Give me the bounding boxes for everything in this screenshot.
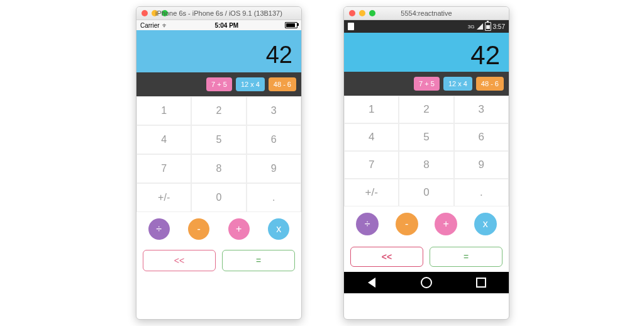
key-sign[interactable]: +/-	[344, 179, 399, 206]
key-1[interactable]: 1	[344, 96, 399, 123]
key-6[interactable]: 6	[454, 123, 509, 151]
key-7[interactable]: 7	[344, 151, 399, 179]
android-window-titlebar[interactable]: 5554:reactnative	[344, 7, 509, 20]
key-2[interactable]: 2	[191, 96, 246, 125]
signal-icon	[477, 23, 483, 30]
ios-status-bar: Carrier ᯤ 5:04 PM	[136, 20, 301, 30]
close-icon[interactable]	[142, 10, 148, 16]
key-0[interactable]: 0	[191, 183, 246, 212]
equals-button[interactable]: =	[430, 247, 502, 267]
key-9[interactable]: 9	[247, 154, 301, 183]
key-0[interactable]: 0	[399, 179, 453, 206]
equals-button[interactable]: =	[222, 250, 295, 271]
history-chip[interactable]: 7 + 5	[206, 77, 232, 91]
key-4[interactable]: 4	[136, 125, 191, 154]
op-plus[interactable]: +	[435, 213, 457, 235]
nav-back-icon[interactable]	[366, 277, 377, 288]
op-minus[interactable]: -	[396, 213, 418, 235]
key-5[interactable]: 5	[399, 123, 453, 151]
calc-display: 42	[136, 30, 301, 72]
key-sign[interactable]: +/-	[136, 183, 191, 212]
key-8[interactable]: 8	[399, 151, 453, 179]
history-chip[interactable]: 48 - 6	[476, 77, 504, 91]
operator-row: ÷ - + x	[344, 206, 509, 242]
android-nav-bar	[344, 272, 509, 293]
android-status-bar: 3G 3:57	[344, 20, 509, 33]
key-4[interactable]: 4	[344, 123, 399, 151]
key-7[interactable]: 7	[136, 154, 191, 183]
key-3[interactable]: 3	[247, 96, 301, 125]
nav-recent-icon[interactable]	[475, 277, 487, 288]
app-icon	[348, 23, 354, 30]
ios-time: 5:04 PM	[214, 22, 238, 29]
op-divide[interactable]: ÷	[356, 213, 379, 235]
key-8[interactable]: 8	[191, 154, 246, 183]
wifi-icon: ᯤ	[162, 22, 169, 29]
op-minus[interactable]: -	[188, 218, 209, 240]
android-time: 3:57	[493, 23, 505, 30]
bottom-row: << =	[136, 246, 301, 278]
network-label: 3G	[468, 24, 475, 30]
history-bar: 7 + 5 12 x 4 48 - 6	[136, 72, 301, 96]
minimize-icon[interactable]	[359, 10, 365, 16]
keypad: 1 2 3 4 5 6 7 8 9 +/- 0 .	[344, 96, 509, 206]
key-2[interactable]: 2	[399, 96, 453, 123]
key-1[interactable]: 1	[136, 96, 191, 125]
history-chip[interactable]: 48 - 6	[269, 77, 296, 91]
nav-home-icon[interactable]	[421, 277, 432, 288]
key-point[interactable]: .	[454, 179, 509, 206]
android-emulator-window: 5554:reactnative 3G 3:57 42 7 + 5 12 x 4…	[343, 6, 509, 320]
close-icon[interactable]	[349, 10, 355, 16]
bottom-row: << =	[344, 242, 509, 272]
key-5[interactable]: 5	[191, 125, 246, 154]
op-plus[interactable]: +	[228, 218, 250, 240]
key-6[interactable]: 6	[247, 125, 301, 154]
carrier-label: Carrier	[140, 22, 160, 29]
op-times[interactable]: x	[268, 218, 289, 240]
key-9[interactable]: 9	[454, 151, 509, 179]
key-3[interactable]: 3	[454, 96, 509, 123]
minimize-icon[interactable]	[152, 10, 158, 16]
ios-simulator-window: iPhone 6s - iPhone 6s / iOS 9.1 (13B137)…	[136, 6, 302, 320]
operator-row: ÷ - + x	[136, 212, 301, 246]
history-chip[interactable]: 7 + 5	[414, 77, 440, 91]
battery-icon	[285, 22, 297, 28]
calc-display: 42	[344, 33, 509, 72]
history-chip[interactable]: 12 x 4	[236, 77, 265, 91]
op-times[interactable]: x	[474, 213, 497, 235]
ios-window-titlebar[interactable]: iPhone 6s - iPhone 6s / iOS 9.1 (13B137)	[136, 7, 301, 20]
maximize-icon[interactable]	[162, 10, 168, 16]
delete-button[interactable]: <<	[350, 247, 423, 267]
key-point[interactable]: .	[247, 183, 301, 212]
delete-button[interactable]: <<	[143, 250, 216, 271]
keypad: 1 2 3 4 5 6 7 8 9 +/- 0 .	[136, 96, 301, 212]
history-bar: 7 + 5 12 x 4 48 - 6	[344, 72, 509, 96]
maximize-icon[interactable]	[369, 10, 375, 16]
op-divide[interactable]: ÷	[148, 218, 170, 240]
battery-icon	[485, 22, 491, 31]
history-chip[interactable]: 12 x 4	[443, 77, 472, 91]
